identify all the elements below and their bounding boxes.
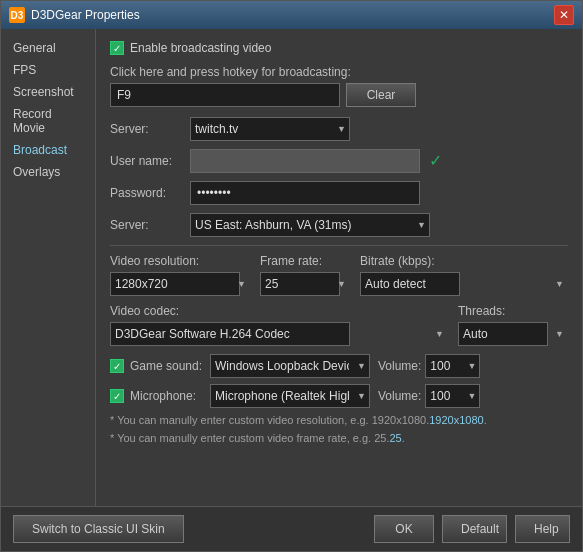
microphone-volume-select[interactable]: 100 [425,384,480,408]
microphone-volume-wrapper: 100 [425,384,480,408]
username-checkmark: ✓ [429,151,442,170]
hotkey-input-row: Clear [110,83,568,107]
framerate-select[interactable]: 25 [260,272,340,296]
sidebar: General FPS Screenshot Record Movie Broa… [1,29,96,506]
app-icon: D3 [9,7,25,23]
game-sound-checkbox[interactable] [110,359,124,373]
sidebar-item-broadcast[interactable]: Broadcast [1,139,95,161]
codec-select[interactable]: D3DGear Software H.264 Codec [110,322,350,346]
divider1 [110,245,568,246]
microphone-label: Microphone: [130,389,210,403]
threads-select-wrapper: Auto [458,322,568,346]
bottom-bar: Switch to Classic UI Skin OK Default Hel… [1,506,582,551]
game-sound-row: Game sound: Windows Loopback Device Volu… [110,354,568,378]
codec-label: Video codec: [110,304,448,318]
bottom-left: Switch to Classic UI Skin [13,515,366,543]
server2-select[interactable]: US East: Ashburn, VA (31ms) [190,213,430,237]
close-button[interactable]: ✕ [554,5,574,25]
sidebar-item-overlays[interactable]: Overlays [1,161,95,183]
video-res-label: Video resolution: [110,254,250,268]
main-panel: Enable broadcasting video Click here and… [96,29,582,506]
microphone-volume-label: Volume: [378,389,421,403]
sidebar-item-fps[interactable]: FPS [1,59,95,81]
framerate-block: Frame rate: 25 [260,254,350,296]
username-label: User name: [110,154,190,168]
username-input-wrapper: ✓ [190,149,420,173]
video-settings-labels: Video resolution: 1280x720 Frame rate: 2… [110,254,568,296]
bitrate-label: Bitrate (kbps): [360,254,568,268]
title-bar: D3 D3DGear Properties ✕ [1,1,582,29]
content-area: General FPS Screenshot Record Movie Broa… [1,29,582,506]
game-sound-volume-select[interactable]: 100 [425,354,480,378]
main-window: D3 D3DGear Properties ✕ General FPS Scre… [0,0,583,552]
bitrate-select[interactable]: Auto detect [360,272,460,296]
server-row: Server: twitch.tv [110,117,568,141]
help-button[interactable]: Help [515,515,570,543]
game-sound-label: Game sound: [130,359,210,373]
video-res-select[interactable]: 1280x720 [110,272,240,296]
hotkey-input[interactable] [110,83,340,107]
sidebar-item-record-movie[interactable]: Record Movie [1,103,95,139]
clear-button[interactable]: Clear [346,83,416,107]
enable-checkbox[interactable] [110,41,124,55]
game-sound-select[interactable]: Windows Loopback Device [210,354,370,378]
password-input[interactable] [190,181,420,205]
hotkey-label: Click here and press hotkey for broadcas… [110,65,568,79]
bitrate-select-wrapper: Auto detect [360,272,568,296]
server-select-wrapper: twitch.tv [190,117,350,141]
game-sound-volume-wrapper: 100 [425,354,480,378]
note2: * You can manully enter custom video fra… [110,432,568,444]
server2-select-wrapper: US East: Ashburn, VA (31ms) [190,213,430,237]
sidebar-item-general[interactable]: General [1,37,95,59]
note1-link[interactable]: 1920x1080 [429,414,483,426]
sidebar-item-screenshot[interactable]: Screenshot [1,81,95,103]
server2-row: Server: US East: Ashburn, VA (31ms) [110,213,568,237]
game-sound-select-wrapper: Windows Loopback Device [210,354,370,378]
codec-select-wrapper: D3DGear Software H.264 Codec [110,322,448,346]
microphone-select[interactable]: Microphone (Realtek High Defir... [210,384,370,408]
server2-label: Server: [110,218,190,232]
default-button[interactable]: Default [442,515,507,543]
threads-block: Threads: Auto [458,304,568,346]
password-row: Password: [110,181,568,205]
microphone-row: Microphone: Microphone (Realtek High Def… [110,384,568,408]
framerate-select-wrapper: 25 [260,272,350,296]
video-res-block: Video resolution: 1280x720 [110,254,250,296]
video-res-select-wrapper: 1280x720 [110,272,250,296]
note2-link[interactable]: 25 [389,432,401,444]
title-bar-text: D3DGear Properties [31,8,554,22]
bitrate-block: Bitrate (kbps): Auto detect [360,254,568,296]
framerate-label: Frame rate: [260,254,350,268]
codec-block: Video codec: D3DGear Software H.264 Code… [110,304,448,346]
ok-button[interactable]: OK [374,515,434,543]
note1: * You can manully enter custom video res… [110,414,568,426]
hotkey-section: Click here and press hotkey for broadcas… [110,65,568,107]
threads-label: Threads: [458,304,568,318]
threads-select[interactable]: Auto [458,322,548,346]
enable-label: Enable broadcasting video [130,41,271,55]
server-label: Server: [110,122,190,136]
server-select[interactable]: twitch.tv [190,117,350,141]
microphone-select-wrapper: Microphone (Realtek High Defir... [210,384,370,408]
password-label: Password: [110,186,190,200]
game-sound-volume-label: Volume: [378,359,421,373]
codec-threads-row: Video codec: D3DGear Software H.264 Code… [110,304,568,346]
username-row: User name: ✓ [110,149,568,173]
username-input[interactable] [190,149,420,173]
enable-row: Enable broadcasting video [110,41,568,55]
microphone-checkbox[interactable] [110,389,124,403]
switch-skin-button[interactable]: Switch to Classic UI Skin [13,515,184,543]
